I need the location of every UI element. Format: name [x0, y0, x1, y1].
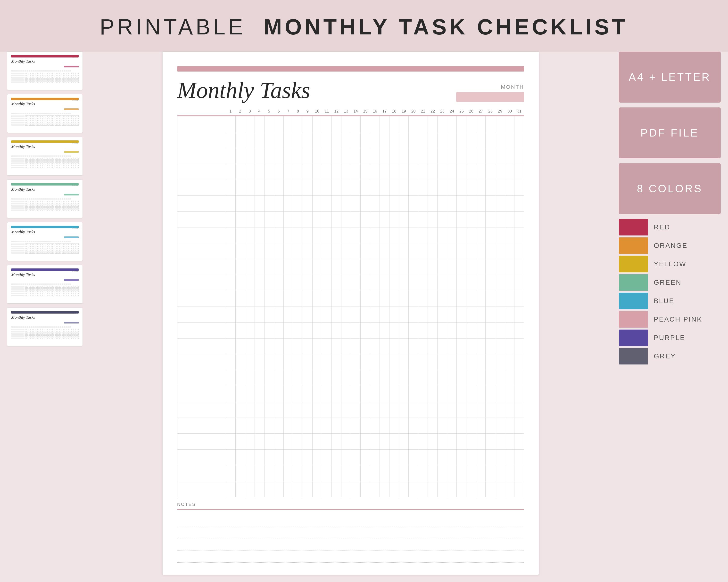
grid-row	[177, 370, 524, 386]
grid-row	[177, 338, 524, 354]
title-bold: MONTHLY TASK CHECKLIST	[264, 15, 628, 39]
notes-line	[177, 551, 524, 563]
variant-card-6: Monthly Tasks MONTH	[7, 308, 82, 346]
grid-row	[177, 354, 524, 370]
info-card-2: 8 COLORS	[619, 163, 721, 214]
grid-row	[177, 481, 524, 497]
doc-days-row: 1234567891011121314151617181920212223242…	[177, 109, 524, 113]
grid-row	[177, 196, 524, 212]
grid-row	[177, 243, 524, 259]
page-title: PRINTABLE MONTHLY TASK CHECKLIST	[10, 15, 718, 39]
doc-month-area: MONTH	[456, 84, 524, 102]
doc-accent-bar	[177, 66, 524, 72]
right-column: A4 + LETTERPDF FILE8 COLORS REDORANGEYEL…	[619, 52, 721, 575]
variant-card-5: Monthly Tasks MONTH	[7, 265, 82, 303]
grid-row	[177, 450, 524, 465]
notes-divider	[177, 509, 524, 510]
grid-row	[177, 465, 524, 481]
grid-row	[177, 323, 524, 338]
grid-row	[177, 116, 524, 132]
page-header: PRINTABLE MONTHLY TASK CHECKLIST	[0, 0, 728, 52]
grid-row	[177, 212, 524, 227]
variant-card-2: Monthly Tasks MONTH	[7, 137, 82, 175]
grid-row	[177, 164, 524, 180]
grid-row	[177, 148, 524, 164]
grid-row	[177, 180, 524, 196]
title-normal: PRINTABLE	[100, 15, 245, 39]
color-swatch-blue: BLUE	[619, 293, 721, 309]
color-swatch-yellow: YELLOW	[619, 256, 721, 272]
info-card-1: PDF FILE	[619, 107, 721, 158]
grid-row	[177, 259, 524, 275]
notes-line	[177, 514, 524, 526]
color-swatch-orange: ORANGE	[619, 238, 721, 254]
color-swatch-peach pink: PEACH PINK	[619, 311, 721, 328]
grid-row	[177, 434, 524, 449]
variant-card-3: Monthly Tasks MONTH	[7, 180, 82, 218]
variant-thumbnails: Monthly Tasks MONTH	[7, 52, 82, 575]
grid-row	[177, 291, 524, 307]
variant-card-1: Monthly Tasks MONTH	[7, 94, 82, 133]
notes-line	[177, 538, 524, 551]
main-content: Monthly Tasks MONTH	[0, 52, 728, 582]
variant-card-0: Monthly Tasks MONTH	[7, 52, 82, 90]
grid-row	[177, 307, 524, 323]
grid-row	[177, 227, 524, 243]
notes-line	[177, 526, 524, 538]
doc-month-label: MONTH	[501, 84, 524, 90]
color-swatch-grey: GREY	[619, 348, 721, 364]
info-cards: A4 + LETTERPDF FILE8 COLORS	[619, 52, 721, 214]
color-swatch-purple: PURPLE	[619, 330, 721, 346]
variant-card-4: Monthly Tasks MONTH	[7, 222, 82, 261]
grid-row	[177, 132, 524, 148]
doc-grid	[177, 116, 524, 497]
grid-row	[177, 386, 524, 402]
notes-label: NOTES	[177, 502, 524, 507]
color-swatch-red: RED	[619, 219, 721, 235]
grid-row	[177, 275, 524, 291]
doc-title: Monthly Tasks	[177, 79, 310, 102]
notes-section: NOTES	[177, 502, 524, 563]
document-sheet: Monthly Tasks MONTH 12345678910111213141…	[163, 52, 539, 575]
document-preview: Monthly Tasks MONTH 12345678910111213141…	[90, 52, 612, 575]
info-card-0: A4 + LETTER	[619, 52, 721, 103]
color-swatch-green: GREEN	[619, 274, 721, 291]
doc-month-box	[456, 92, 524, 102]
grid-row	[177, 418, 524, 434]
grid-row	[177, 402, 524, 418]
doc-header: Monthly Tasks MONTH	[177, 79, 524, 102]
notes-lines	[177, 514, 524, 563]
color-swatches: REDORANGEYELLOWGREENBLUEPEACH PINKPURPLE…	[619, 219, 721, 364]
